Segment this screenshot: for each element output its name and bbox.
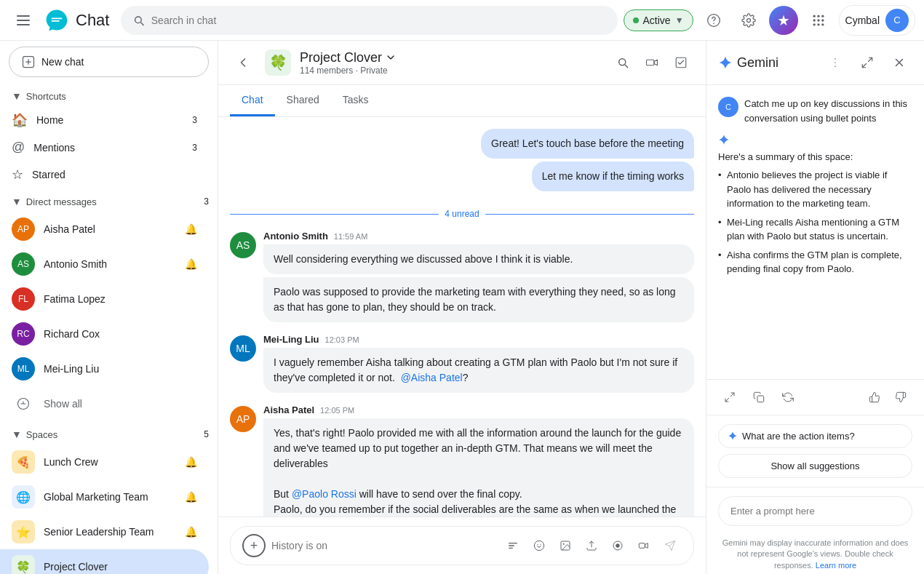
gemini-disclaimer: Gemini may display inaccurate informatio… [706,535,924,574]
chat-header-icons [610,49,694,76]
meiling-msg-content: Mei-Ling Liu 12:03 PM I vaguely remember… [263,334,694,396]
gemini-expand-button[interactable] [854,49,880,76]
chevron-down-icon: ▼ [675,15,684,25]
suggestion-chip-action-items[interactable]: What are the action items? [718,424,912,448]
video-call-button[interactable] [639,49,665,76]
antonio-msg-content: Antonio Smith 11:59 AM Well considering … [263,231,694,325]
shortcuts-header[interactable]: ▼ Shortcuts [0,86,218,106]
chat-search-button[interactable] [610,49,636,76]
learn-more-link[interactable]: Learn more [816,561,856,570]
new-chat-button[interactable]: New chat [9,47,209,77]
sidebar-show-all-dm[interactable]: Show all [0,386,209,421]
gemini-more-button[interactable] [822,49,848,76]
sidebar-item-mentions[interactable]: @ Mentions 3 [0,134,209,161]
svg-point-5 [713,23,714,23]
send-button[interactable] [658,534,682,557]
sidebar-item-antonio-smith[interactable]: AS Antonio Smith 🔔 [0,247,209,282]
chevron-down-icon: ▼ [12,90,22,102]
svg-point-29 [835,62,836,63]
avatar-aisha-msg: AP [230,406,256,432]
chat-input[interactable] [271,540,495,551]
help-button[interactable] [699,6,728,35]
gemini-refresh-button[interactable] [776,386,800,409]
gemini-prompt-input[interactable] [730,506,900,517]
svg-rect-18 [647,60,655,65]
sidebar-item-aisha-patel[interactable]: AP Aisha Patel 🔔 [0,212,209,247]
gemini-title: Gemini [718,55,816,71]
video-button[interactable] [632,534,656,557]
spaces-section-header[interactable]: ▼ Spaces 5 [0,424,218,445]
thumbs-up-button[interactable] [863,386,886,409]
sidebar-item-richard-cox[interactable]: RC Richard Cox [0,316,209,351]
gemini-copy-button[interactable] [747,386,770,409]
search-icon [132,14,145,27]
search-bar[interactable] [121,6,617,35]
svg-point-6 [813,15,815,17]
message-aisha: AP Aisha Patel 12:05 PM Yes, that's righ… [230,404,694,517]
star-icon: ☆ [12,167,23,183]
svg-rect-1 [17,20,30,21]
gemini-spark-icon [718,55,733,70]
space-icon-lunch: 🍕 [12,450,35,474]
bullet-1: Antonio believes the project is viable i… [718,168,912,211]
upload-button[interactable] [580,534,603,557]
avatar: C [885,9,909,32]
dm-section-header[interactable]: ▼ Direct messages 3 [0,191,218,212]
active-status-button[interactable]: Active ▼ [624,9,693,31]
record-button[interactable] [606,534,629,557]
sidebar-item-fatima-lopez[interactable]: FL Fatima Lopez [0,282,209,316]
dropdown-icon [385,52,397,63]
svg-point-14 [821,23,824,25]
format-text-button[interactable] [501,534,525,557]
tab-shared[interactable]: Shared [275,85,331,116]
gemini-user-avatar: C [718,97,738,117]
add-content-button[interactable]: + [242,534,266,557]
topbar: Chat Active ▼ Cymbal C [0,0,924,41]
home-icon: 🏠 [12,112,28,128]
show-all-suggestions-button[interactable]: Show all suggestions [718,454,912,478]
sidebar-item-project-clover[interactable]: 🍀 Project Clover [0,549,209,574]
gemini-header: Gemini [706,41,924,85]
sidebar-item-starred[interactable]: ☆ Starred [0,161,209,188]
search-input[interactable] [151,15,606,26]
app-logo [44,7,70,33]
bullet-3: Aisha confirms the GTM plan is complete,… [718,248,912,276]
input-icons [501,534,682,557]
thumbs-down-button[interactable] [889,386,912,409]
sidebar-item-meiling-liu[interactable]: ML Mei-Ling Liu [0,351,209,386]
message-meiling: ML Mei-Ling Liu 12:03 PM I vaguely remem… [230,334,694,396]
aisha-bubble: Yes, that's right! Paolo provided me wit… [263,418,694,517]
user-area[interactable]: Cymbal C [839,5,915,36]
mention-aisha: @Aisha Patel [401,372,463,383]
sidebar-item-global-marketing[interactable]: 🌐 Global Marketing Team 🔔 [0,479,209,514]
space-icon-clover: 🍀 [12,555,35,574]
gemini-close-button[interactable] [886,49,912,76]
spaces-section: ▼ Spaces 5 🍕 Lunch Crew 🔔 🌐 Global Marke… [0,424,218,574]
sidebar-item-lunch-crew[interactable]: 🍕 Lunch Crew 🔔 [0,445,209,479]
avatar-antonio: AS [12,252,35,276]
tab-tasks[interactable]: Tasks [331,85,381,116]
back-button[interactable] [230,49,256,76]
new-chat-section: New chat [9,47,209,77]
unread-label: 4 unread [445,209,479,219]
tasks-button[interactable] [668,49,694,76]
shortcuts-section: ▼ Shortcuts 🏠 Home 3 @ Mentions 3 ☆ Star… [0,86,218,188]
apps-button[interactable] [804,6,833,35]
settings-button[interactable] [734,6,763,35]
image-button[interactable] [554,534,577,557]
bullet-2: Mei-Ling recalls Aisha mentioning a GTM … [718,215,912,244]
gemini-body: C Catch me up on key discussions in this… [706,85,924,379]
sidebar-item-home[interactable]: 🏠 Home 3 [0,106,209,134]
gemini-expand-response-button[interactable] [718,386,741,409]
gemini-button[interactable] [769,6,798,35]
hamburger-menu[interactable] [9,6,38,35]
avatar-aisha: AP [12,218,35,241]
sidebar-item-senior-leadership[interactable]: ⭐ Senior Leadership Team 🔔 [0,514,209,549]
svg-point-7 [817,15,819,17]
tab-chat[interactable]: Chat [230,85,275,116]
emoji-button[interactable] [527,534,551,557]
chat-input-area: + [218,517,706,574]
chat-header: 🍀 Project Clover 114 members · Private [218,41,706,85]
edit-icon [21,55,36,69]
chat-messages: Great! Let's touch base before the meeti… [218,117,706,517]
